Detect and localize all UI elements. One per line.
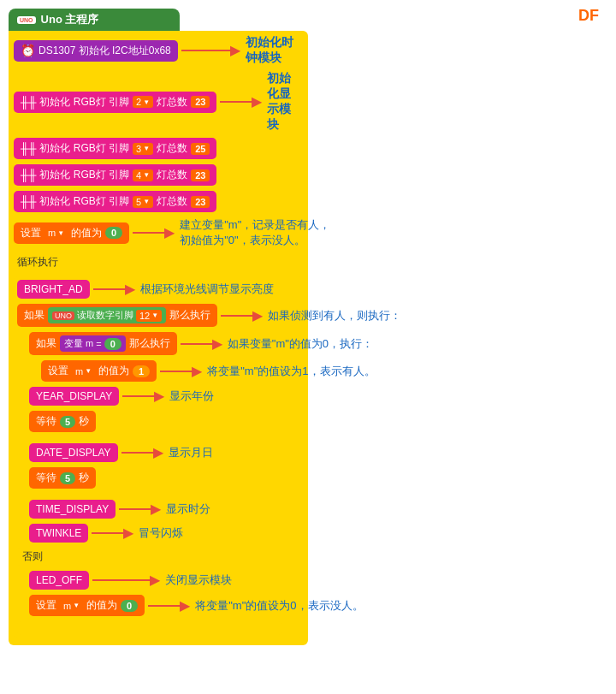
rgb2-count-badge: 25 (191, 143, 210, 155)
rgb1-block[interactable]: ╫╫ 初始化 RGB灯 引脚 2 灯总数 23 (14, 92, 216, 113)
arrow-right-icon: ▶ (164, 226, 175, 240)
rgb1-arrow: ▶ (220, 95, 262, 109)
if-person-annotation: 如果侦测到有人，则执行： (268, 308, 401, 323)
m-var-dropdown[interactable]: m (44, 227, 68, 239)
arrow-right-icon: ▶ (123, 526, 133, 540)
set-m0-else-row: 设置 m 的值为 0 ▶ 将变量"m"的值设为0，表示没人。 (29, 595, 299, 616)
arrow-right-icon: ▶ (151, 502, 161, 516)
loop-label: 循环执行 (14, 253, 62, 271)
wait2-row: 等待 5 秒 (29, 467, 299, 489)
arrow-right-icon: ▶ (230, 44, 240, 57)
twinkle-arrow: ▶ (92, 526, 133, 540)
var-m-chip[interactable]: 变量 m = 0 (60, 335, 126, 352)
rgb3-pin-dropdown[interactable]: 4 (133, 169, 153, 181)
rgb4-pin-dropdown[interactable]: 5 (133, 196, 153, 208)
arrow-right-icon: ▶ (212, 337, 222, 351)
date-display-block[interactable]: DATE_DISPLAY (29, 443, 118, 462)
else-row: 否则 (17, 548, 299, 566)
rgb2-pin-dropdown[interactable]: 3 (133, 143, 153, 155)
canvas: DF UNO Uno 主程序 ⏰ DS1307 初始化 I2C地址0x68 (0, 0, 616, 694)
arrow-right-icon: ▶ (153, 446, 163, 460)
rgb4-block[interactable]: ╫╫ 初始化 RGB灯 引脚 5 灯总数 23 (14, 191, 216, 212)
rgb1-icon: ╫╫ (21, 96, 36, 109)
loop-label-row: 循环执行 (14, 253, 303, 271)
arrow-right-icon: ▶ (180, 599, 190, 613)
rgb3-icon: ╫╫ (21, 169, 36, 181)
year-display-arrow: ▶ (122, 389, 164, 403)
set-m0-else-block[interactable]: 设置 m 的值为 0 (29, 595, 145, 616)
arrow-right-icon: ▶ (154, 389, 164, 403)
bright-ad-row: BRIGHT_AD ▶ 根据环境光线调节显示亮度 (17, 280, 299, 299)
sec2-badge: 5 (60, 472, 75, 484)
set-m1-annotation: 将变量"m"的值设为1，表示有人。 (207, 364, 375, 379)
pin12-dropdown[interactable]: 12 (136, 310, 162, 322)
if-m0-block[interactable]: 如果 变量 m = 0 那么执行 (29, 332, 177, 355)
ds1307-block[interactable]: ⏰ DS1307 初始化 I2C地址0x68 (14, 40, 178, 62)
set-m1-block[interactable]: 设置 m 的值为 1 (41, 360, 157, 382)
wait2-block[interactable]: 等待 5 秒 (29, 467, 96, 489)
rgb3-block[interactable]: ╫╫ 初始化 RGB灯 引脚 4 灯总数 23 (14, 164, 216, 186)
rgb3-row: ╫╫ 初始化 RGB灯 引脚 4 灯总数 23 (14, 164, 303, 186)
led-off-row: LED_OFF ▶ 关闭显示模块 (29, 571, 299, 590)
bright-ad-block[interactable]: BRIGHT_AD (17, 280, 90, 299)
set-m-0-block[interactable]: 设置 m 的值为 0 (14, 222, 129, 244)
time-display-block[interactable]: TIME_DISPLAY (29, 500, 116, 519)
rgb4-icon: ╫╫ (21, 195, 36, 208)
led-off-arrow: ▶ (92, 573, 160, 587)
val-0-badge2: 0 (104, 338, 121, 350)
bright-ad-annotation: 根据环境光线调节显示亮度 (140, 282, 274, 297)
if-person-arrow: ▶ (221, 309, 263, 323)
year-display-block[interactable]: YEAR_DISPLAY (29, 387, 119, 406)
main-program-area: UNO Uno 主程序 ⏰ DS1307 初始化 I2C地址0x68 ▶ 初始化… (9, 9, 607, 645)
rgb2-row: ╫╫ 初始化 RGB灯 引脚 3 灯总数 25 (14, 138, 303, 159)
header-title: Uno 主程序 (41, 12, 99, 27)
set-m-0-arrow: ▶ (133, 226, 175, 240)
wait1-block[interactable]: 等待 5 秒 (29, 411, 96, 432)
if-m0-row: 如果 变量 m = 0 那么执行 ▶ (29, 332, 299, 355)
if-m0-arrow: ▶ (181, 337, 222, 351)
arrow-right-icon: ▶ (192, 365, 202, 378)
else-body: LED_OFF ▶ 关闭显示模块 设置 (29, 571, 299, 619)
led-off-block[interactable]: LED_OFF (29, 571, 89, 590)
twinkle-row: TWINKLE ▶ 冒号闪烁 (29, 524, 299, 543)
year-display-row: YEAR_DISPLAY ▶ 显示年份 (29, 387, 299, 406)
m-var-dropdown2[interactable]: m (72, 365, 95, 377)
rgb1-pin-dropdown[interactable]: 2 (133, 96, 153, 108)
arrow-right-icon: ▶ (125, 282, 135, 296)
if-m0-annotation: 如果变量"m"的值为0，执行： (228, 336, 373, 352)
read-pin-chip[interactable]: UNO 读取数字引脚 12 (48, 307, 166, 323)
if-m0-body: 设置 m 的值为 1 ▶ 将变量"m"的值设为1，表示有人。 (41, 360, 299, 384)
rgb2-block[interactable]: ╫╫ 初始化 RGB灯 引脚 3 灯总数 25 (14, 138, 216, 159)
m-var-dropdown3[interactable]: m (60, 600, 83, 612)
sec1-badge: 5 (60, 416, 75, 428)
arrow-right-icon: ▶ (252, 95, 262, 109)
if-person-block[interactable]: 如果 UNO 读取数字引脚 12 那么执行 (17, 304, 217, 327)
set-m-0-annotation: 建立变量"m"，记录是否有人， 初始值为"0"，表示没人。 (180, 217, 330, 248)
loop-inner: BRIGHT_AD ▶ 根据环境光线调节显示亮度 如果 UN (14, 276, 303, 638)
twinkle-block[interactable]: TWINKLE (29, 524, 88, 543)
date-display-arrow: ▶ (121, 446, 163, 460)
rgb2-icon: ╫╫ (21, 142, 36, 155)
set-m1-row: 设置 m 的值为 1 ▶ 将变量"m"的值设为1，表示有人。 (41, 360, 299, 382)
twinkle-annotation: 冒号闪烁 (139, 525, 183, 541)
rgb3-count-badge: 23 (191, 169, 210, 181)
val-1-badge: 1 (133, 365, 150, 377)
ds1307-arrow: ▶ (181, 44, 240, 57)
time-display-arrow: ▶ (119, 502, 161, 516)
ds1307-annotation: 初始化时钟模块 (246, 35, 303, 66)
uno-icon: UNO (17, 16, 36, 24)
time-display-annotation: 显示时分 (166, 501, 210, 517)
ds1307-text: DS1307 初始化 I2C地址0x68 (38, 44, 171, 58)
bottom-spacer (17, 621, 282, 635)
val-0-badge: 0 (105, 227, 122, 239)
set-m0-else-annotation: 将变量"m"的值设为0，表示没人。 (195, 598, 363, 614)
rgb1-annotation: 初始化显示模块 (267, 71, 303, 133)
set-m-0-row: 设置 m 的值为 0 ▶ 建立变量"m"，记录是否有人， 初始值为"0"，表示没… (14, 217, 303, 248)
arrow-right-icon: ▶ (150, 573, 160, 587)
rgb4-count-badge: 23 (191, 196, 210, 208)
if-person-body: 如果 变量 m = 0 那么执行 ▶ (29, 332, 299, 545)
wait1-row: 等待 5 秒 (29, 411, 299, 432)
header-block: UNO Uno 主程序 (9, 9, 180, 31)
ds1307-row: ⏰ DS1307 初始化 I2C地址0x68 ▶ 初始化时钟模块 (14, 35, 303, 66)
rgb1-row: ╫╫ 初始化 RGB灯 引脚 2 灯总数 23 ▶ 初始化显示模块 (14, 71, 303, 133)
